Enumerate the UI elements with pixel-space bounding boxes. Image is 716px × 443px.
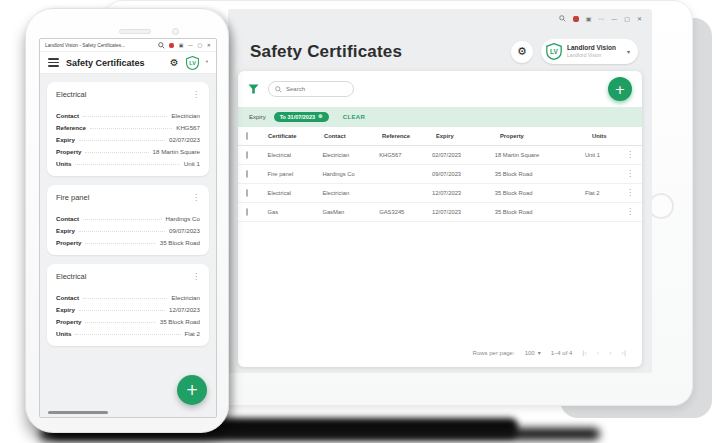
landlord-vision-logo[interactable]: LV — [186, 56, 199, 70]
chevron-down-icon[interactable]: ▾ — [206, 60, 208, 65]
cell-expiry: 12/07/2023 — [432, 209, 495, 215]
select-all-checkbox[interactable] — [246, 132, 248, 140]
rows-per-page-label: Rows per page: — [473, 350, 515, 356]
account-subtitle: Landlord Vision — [567, 52, 616, 58]
cell-units: Unit 1 — [585, 152, 626, 158]
row-menu-icon[interactable]: ⋮ — [626, 208, 634, 216]
extensions-icon[interactable]: ▣ — [586, 16, 592, 22]
card-field: Property35 Block Road — [56, 313, 200, 325]
cell-certificate: Gas — [268, 209, 323, 215]
table-row[interactable]: Electrical Electrician 12/07/2023 35 Blo… — [238, 184, 642, 203]
row-menu-icon[interactable]: ⋮ — [626, 170, 634, 178]
settings-button[interactable]: ⚙ — [511, 41, 533, 63]
filter-field-label: Expiry — [249, 114, 266, 120]
phone-app-header: Safety Certificates ⚙ LV ▾ — [40, 52, 216, 74]
record-icon[interactable] — [169, 43, 174, 48]
search-icon[interactable] — [559, 15, 566, 22]
search-input[interactable] — [286, 86, 346, 92]
first-page-button[interactable]: |‹ — [582, 350, 586, 356]
cell-expiry: 02/07/2023 — [432, 152, 495, 158]
card-field: ReferenceKHG567 — [56, 119, 200, 131]
record-icon[interactable] — [573, 16, 579, 22]
page-title: Safety Certificates — [66, 58, 145, 68]
gear-icon[interactable]: ⚙ — [170, 58, 179, 68]
cell-reference: GAS3245 — [379, 209, 432, 215]
remove-filter-icon[interactable]: ⊗ — [318, 114, 323, 120]
column-header-units[interactable]: Units — [592, 133, 634, 139]
toolbar: + — [238, 71, 642, 107]
next-page-button[interactable]: › — [609, 350, 611, 356]
maximize-icon[interactable]: ▢ — [624, 16, 630, 22]
add-certificate-button[interactable]: + — [177, 375, 207, 405]
prev-page-button[interactable]: ‹ — [597, 350, 599, 356]
card-menu-icon[interactable]: ⋮ — [192, 91, 200, 99]
rows-per-page-select[interactable]: 100 ▾ — [525, 350, 541, 356]
row-menu-icon[interactable]: ⋮ — [626, 151, 634, 159]
table-header-row: Certificate Contact Reference Expiry Pro… — [238, 127, 642, 146]
column-header-expiry[interactable]: Expiry — [436, 133, 500, 139]
cell-property: 18 Martin Square — [495, 152, 585, 158]
table-row[interactable]: Fire panel Hardings Co 09/07/2023 35 Blo… — [238, 165, 642, 184]
column-header-property[interactable]: Property — [500, 133, 592, 139]
row-checkbox[interactable] — [246, 208, 248, 216]
card-menu-icon[interactable]: ⋮ — [192, 273, 200, 281]
card-field: Expiry09/07/2023 — [56, 222, 200, 234]
phone-card-list: Electrical ⋮ ContactElectrician Referenc… — [40, 74, 216, 417]
table-row[interactable]: Electrical Electrician KHG567 02/07/2023… — [238, 146, 642, 165]
cell-property: 35 Block Road — [495, 190, 585, 196]
filter-icon[interactable] — [248, 84, 259, 94]
cell-certificate: Electrical — [268, 152, 323, 158]
certificates-panel: + Expiry To 31/07/2023 ⊗ CLEAR Certifica… — [238, 71, 642, 367]
column-header-reference[interactable]: Reference — [382, 133, 436, 139]
filter-chip[interactable]: To 31/07/2023 ⊗ — [274, 112, 329, 122]
cell-certificate: Electrical — [268, 190, 323, 196]
active-filter-bar: Expiry To 31/07/2023 ⊗ CLEAR — [238, 107, 642, 127]
card-field: UnitsUnit 1 — [56, 155, 200, 167]
row-checkbox[interactable] — [246, 151, 248, 159]
close-icon[interactable]: ✕ — [637, 16, 642, 22]
search-icon — [275, 86, 282, 93]
column-header-certificate[interactable]: Certificate — [268, 133, 324, 139]
cell-contact: Electrician — [322, 190, 379, 196]
card-field: Property35 Block Road — [56, 234, 200, 246]
card-field: Expiry02/07/2023 — [56, 131, 200, 143]
account-name: Landlord Vision — [567, 44, 616, 52]
card-title: Fire panel — [56, 193, 89, 202]
cell-units: Flat 2 — [585, 190, 626, 196]
tablet-browser-controls: ▣ ⋯ — ▢ ✕ — [559, 15, 642, 22]
cell-reference: KHG567 — [379, 152, 432, 158]
minimize-icon[interactable]: — — [188, 43, 193, 48]
cell-expiry: 09/07/2023 — [432, 171, 495, 177]
row-checkbox[interactable] — [246, 170, 248, 178]
account-selector[interactable]: LV Landlord Vision Landlord Vision ▾ — [541, 39, 638, 64]
card-title: Electrical — [56, 272, 86, 281]
row-menu-icon[interactable]: ⋮ — [626, 189, 634, 197]
chevron-down-icon: ▾ — [538, 350, 541, 356]
minimize-icon[interactable]: — — [611, 16, 617, 22]
plus-icon: + — [615, 83, 626, 96]
column-header-contact[interactable]: Contact — [324, 133, 382, 139]
menu-icon[interactable] — [48, 58, 59, 67]
svg-text:LV: LV — [189, 60, 196, 66]
overflow-menu-icon[interactable]: ⋯ — [598, 16, 604, 22]
page-title: Safety Certificates — [250, 42, 402, 62]
chevron-down-icon: ▾ — [627, 49, 630, 55]
table-row[interactable]: Gas GasMan GAS3245 12/07/2023 35 Block R… — [238, 203, 642, 222]
maximize-icon[interactable]: ▢ — [198, 43, 203, 48]
last-page-button[interactable]: ›| — [622, 350, 626, 356]
extensions-icon[interactable]: ▣ — [179, 43, 184, 48]
plus-icon: + — [186, 383, 199, 398]
clear-filters-button[interactable]: CLEAR — [343, 114, 366, 120]
card-menu-icon[interactable]: ⋮ — [192, 194, 200, 202]
cell-certificate: Fire panel — [268, 171, 323, 177]
card-field: ContactElectrician — [56, 289, 200, 301]
row-checkbox[interactable] — [246, 189, 248, 197]
browser-tab-title: Landlord Vision - Safety Certificates... — [45, 43, 125, 48]
search-icon[interactable] — [158, 42, 165, 49]
filter-chip-label: To 31/07/2023 — [280, 114, 315, 120]
close-icon[interactable]: ✕ — [207, 43, 211, 48]
certificate-card: Electrical ⋮ ContactElectrician Referenc… — [47, 82, 209, 176]
search-field[interactable] — [268, 81, 354, 97]
add-certificate-button[interactable]: + — [608, 77, 632, 101]
tablet-screen: ▣ ⋯ — ▢ ✕ Safety Certificates ⚙ LV — [228, 9, 652, 373]
